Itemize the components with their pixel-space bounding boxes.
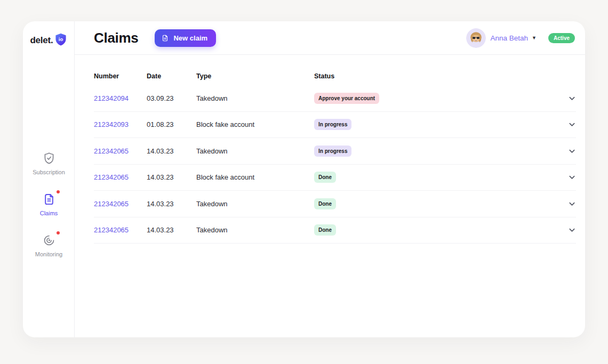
table-row[interactable]: 212342065 14.03.23 Takedown Done xyxy=(94,217,576,244)
claim-status-badge: Approve your account xyxy=(314,93,379,104)
column-header-number: Number xyxy=(94,72,147,80)
chevron-down-icon[interactable]: ▼ xyxy=(532,35,537,41)
claim-status-badge: Done xyxy=(314,172,336,183)
claim-number-link[interactable]: 212342065 xyxy=(94,173,147,181)
brand-shield-icon: io xyxy=(54,33,68,48)
user-name[interactable]: Anna Betah xyxy=(491,34,529,42)
claim-number-link[interactable]: 212342065 xyxy=(94,200,147,208)
claim-date: 14.03.23 xyxy=(147,173,196,181)
claim-type: Takedown xyxy=(196,94,314,102)
sidebar-item-monitoring[interactable]: Monitoring xyxy=(23,233,75,257)
claim-number-link[interactable]: 212342065 xyxy=(94,147,147,155)
radar-icon xyxy=(42,233,56,247)
avatar[interactable] xyxy=(466,28,486,48)
claim-type: Block fake account xyxy=(196,120,314,128)
table-row[interactable]: 212342093 01.08.23 Block fake account In… xyxy=(94,112,576,139)
column-header-type: Type xyxy=(196,72,314,80)
claim-number-link[interactable]: 212342093 xyxy=(94,120,147,128)
new-claim-button[interactable]: New claim xyxy=(155,29,216,47)
sidebar-nav: Subscription Claims xyxy=(23,151,75,257)
chevron-down-icon[interactable] xyxy=(568,200,576,208)
chevron-down-icon[interactable] xyxy=(568,94,576,102)
status-badge: Active xyxy=(548,33,575,43)
claim-date: 14.03.23 xyxy=(147,226,196,234)
table-row[interactable]: 212342065 14.03.23 Block fake account Do… xyxy=(94,165,576,191)
chevron-down-icon[interactable] xyxy=(568,120,576,128)
table-row[interactable]: 212342094 03.09.23 Takedown Approve your… xyxy=(94,85,576,112)
shield-check-icon xyxy=(42,151,56,165)
claim-number-link[interactable]: 212342094 xyxy=(94,94,147,102)
claim-type: Takedown xyxy=(196,147,314,155)
document-icon xyxy=(42,192,56,206)
new-document-icon xyxy=(161,34,169,42)
chevron-down-icon[interactable] xyxy=(568,173,576,181)
chevron-down-icon[interactable] xyxy=(568,147,576,155)
claim-type: Takedown xyxy=(196,226,314,234)
table-row[interactable]: 212342065 14.03.23 Takedown In progress xyxy=(94,138,576,165)
sidebar-item-label: Subscription xyxy=(33,169,65,175)
claims-table: Number Date Type Status 212342094 03.09.… xyxy=(75,55,585,244)
page-header: Claims New claim xyxy=(75,21,585,55)
sidebar-item-label: Claims xyxy=(40,210,58,216)
table-row[interactable]: 212342065 14.03.23 Takedown Done xyxy=(94,191,576,217)
app-window: delet. io xyxy=(23,21,585,337)
claim-status-badge: Done xyxy=(314,198,336,209)
page-title: Claims xyxy=(94,30,138,46)
column-header-status: Status xyxy=(314,72,557,80)
claim-status-badge: In progress xyxy=(314,119,351,130)
claim-type: Takedown xyxy=(196,200,314,208)
notification-dot xyxy=(57,190,60,193)
brand-logo[interactable]: delet. io xyxy=(23,31,75,50)
claim-date: 03.09.23 xyxy=(147,94,196,102)
sidebar-item-label: Monitoring xyxy=(35,251,62,257)
notification-dot xyxy=(57,231,60,234)
claim-status-badge: Done xyxy=(314,224,336,236)
claim-date: 14.03.23 xyxy=(147,147,196,155)
user-menu: Anna Betah ▼ Active xyxy=(466,28,575,48)
sidebar-item-subscription[interactable]: Subscription xyxy=(23,151,75,175)
chevron-down-icon[interactable] xyxy=(568,226,576,234)
column-header-date: Date xyxy=(147,72,196,80)
claim-date: 14.03.23 xyxy=(147,200,196,208)
brand-name: delet. xyxy=(30,35,53,46)
sidebar-item-claims[interactable]: Claims xyxy=(23,192,75,216)
claim-number-link[interactable]: 212342065 xyxy=(94,226,147,234)
main-content: Claims New claim xyxy=(75,21,585,337)
new-claim-label: New claim xyxy=(173,34,207,42)
table-header-row: Number Date Type Status xyxy=(94,55,576,85)
claim-type: Block fake account xyxy=(196,173,314,181)
claim-status-badge: In progress xyxy=(314,145,351,157)
sidebar: delet. io xyxy=(23,21,75,337)
table-body: 212342094 03.09.23 Takedown Approve your… xyxy=(94,85,576,244)
svg-text:io: io xyxy=(58,36,63,42)
claim-date: 01.08.23 xyxy=(147,120,196,128)
